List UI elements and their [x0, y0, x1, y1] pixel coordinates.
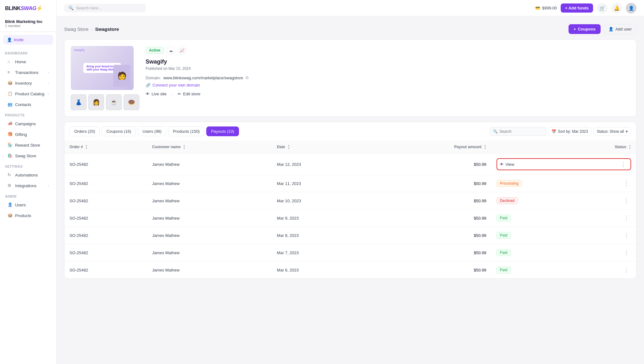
tab-orders[interactable]: Orders (20) — [69, 126, 100, 136]
sidebar-item-products-admin[interactable]: 📦 Products — [3, 210, 54, 221]
table-row: SO-25482 James Mathew Mar 7, 2023 $50.99… — [64, 244, 636, 261]
sidebar-item-automations[interactable]: ↻ Automations — [3, 170, 54, 180]
view-link[interactable]: 👁 View — [500, 162, 514, 167]
calendar-icon: 📅 — [552, 129, 556, 134]
tab-coupons[interactable]: Coupons (16) — [102, 126, 136, 136]
date: Mar 11, 2023 — [272, 175, 370, 192]
eye-icon: 👁 — [146, 92, 150, 96]
product-catalog-icon: 📋 — [8, 91, 13, 96]
cloud-icon-button[interactable]: ☁ — [166, 46, 175, 55]
payout-amount: $50.99 — [370, 154, 491, 175]
store-published: Published on Mar 15, 2024 — [146, 66, 630, 71]
tab-payouts[interactable]: Payouts (10) — [206, 126, 239, 136]
org-section: Blink Marketing Inc 1 member — [0, 17, 56, 32]
gifting-icon: 🎁 — [8, 132, 13, 137]
sidebar-item-campaigns[interactable]: 📣 Campaigns — [3, 119, 54, 129]
sidebar-item-label: Contacts — [15, 102, 31, 107]
more-button[interactable]: ⋮ — [622, 249, 631, 257]
tab-products[interactable]: Products (150) — [168, 126, 204, 136]
coupons-button[interactable]: + Coupons — [569, 24, 601, 34]
order-number: SO-25482 — [64, 192, 147, 210]
store-preview-area: Swagify Bring your brand to lifewith you… — [71, 46, 139, 110]
more-button[interactable]: ⋮ — [622, 214, 631, 222]
wallet-icon: 💳 — [535, 6, 540, 10]
store-thumb-2[interactable]: 👩 — [88, 94, 104, 110]
payout-amount: $50.99 — [370, 192, 491, 210]
payout-amount: $50.99 — [370, 175, 491, 192]
order-number: SO-25482 — [64, 261, 147, 279]
sidebar-item-contacts[interactable]: 👥 Contacts — [3, 99, 54, 109]
store-card: Swagify Bring your brand to lifewith you… — [64, 39, 636, 117]
tab-users[interactable]: Users (99) — [138, 126, 166, 136]
search-wrap[interactable]: 🔍 — [64, 4, 146, 12]
payout-amount: $50.99 — [370, 261, 491, 279]
plus-icon: + — [574, 27, 576, 31]
sidebar-item-users[interactable]: 👤 Users — [3, 200, 54, 210]
topbar: 🔍 💳 $999.00 + Add funds 🛒 🔔 👤 — [57, 0, 644, 16]
sidebar-item-transactions[interactable]: ≡ Transactions › — [3, 67, 54, 77]
table-row: SO-25482 James Mathew Mar 9, 2023 $50.99… — [64, 210, 636, 227]
notification-button[interactable]: 🔔 — [611, 3, 622, 14]
more-button[interactable]: ⋮ — [622, 197, 631, 205]
org-name: Blink Marketing Inc — [5, 19, 51, 24]
sidebar-item-label: Inventory — [15, 81, 32, 86]
sidebar-item-label: Users — [15, 203, 26, 207]
date: Mar 8, 2023 — [272, 227, 370, 244]
store-actions: 👁 Live site | ✏ Edit store — [146, 91, 630, 96]
cart-icon: 🛒 — [599, 5, 605, 11]
status-cell: Paid ⋮ — [491, 210, 636, 227]
store-thumb-4[interactable]: 🍩 — [124, 94, 139, 110]
search-input[interactable] — [76, 6, 142, 10]
order-number: SO-25482 — [64, 227, 147, 244]
action-separator: | — [172, 91, 173, 96]
sidebar-item-label: Campaigns — [15, 121, 36, 126]
store-thumb-3[interactable]: ☕ — [106, 94, 122, 110]
eye-icon: 👁 — [500, 162, 504, 167]
customer-name: James Mathew — [147, 244, 272, 261]
more-button[interactable]: ⋮ — [619, 160, 628, 168]
breadcrumb: Swag Store › Swagstore + Coupons 👤 Add u… — [64, 24, 636, 34]
edit-store-link[interactable]: ✏ Edit store — [178, 92, 200, 96]
campaigns-icon: 📣 — [8, 121, 13, 126]
sort-icons-order: ▲▼ — [85, 144, 88, 150]
sidebar-item-label: Swag Store — [15, 154, 36, 158]
copy-domain-button[interactable]: ⧉ — [246, 75, 248, 80]
sidebar-item-inventory[interactable]: 📦 Inventory › — [3, 78, 54, 88]
order-number: SO-25482 — [64, 175, 147, 192]
sort-button[interactable]: 📅 Sort by: Mar 2023 — [548, 127, 591, 136]
cart-button[interactable]: 🛒 — [597, 3, 608, 14]
nav-section-settings: SETTINGS — [0, 161, 56, 170]
sidebar-item-reward-store[interactable]: 🏪 Reward Store — [3, 140, 54, 150]
invite-button[interactable]: 👤 Invite — [3, 35, 53, 45]
invite-label: Invite — [14, 37, 24, 42]
more-button[interactable]: ⋮ — [622, 231, 631, 239]
sidebar-item-gifting[interactable]: 🎁 Gifting — [3, 129, 54, 139]
avatar[interactable]: 👤 — [626, 3, 636, 14]
store-info: Active ☁ 📈 Swagify Published on Mar 15, … — [146, 46, 630, 110]
live-site-link[interactable]: 👁 Live site — [146, 92, 167, 96]
payout-amount: $50.99 — [370, 227, 491, 244]
status-filter-button[interactable]: Status: Show all ▾ — [593, 127, 631, 136]
store-thumb-1[interactable]: 👗 — [71, 94, 86, 110]
breadcrumb-parent[interactable]: Swag Store — [64, 26, 89, 32]
sidebar-item-product-catalog[interactable]: 📋 Product Catalog › — [3, 89, 54, 99]
sidebar-item-swag-store[interactable]: 🛍️ Swag Store — [3, 151, 54, 161]
contacts-icon: 👥 — [8, 102, 13, 107]
sidebar-item-integrations[interactable]: ⚙ Integrations › — [3, 181, 54, 191]
table-search[interactable]: 🔍 — [490, 127, 546, 136]
integrations-icon: ⚙ — [8, 183, 13, 188]
more-button[interactable]: ⋮ — [622, 266, 631, 274]
more-button[interactable]: ⋮ — [622, 179, 631, 188]
add-funds-button[interactable]: + Add funds — [561, 3, 593, 13]
add-user-button[interactable]: 👤 Add user — [604, 24, 636, 34]
status-cell: Declined ⋮ — [491, 192, 636, 210]
sidebar-item-home[interactable]: ⌂ Home — [3, 57, 54, 67]
inventory-icon: 📦 — [8, 81, 13, 86]
chart-icon-button[interactable]: 📈 — [178, 46, 186, 55]
sort-icons-customer: ▲▼ — [183, 144, 186, 150]
customer-name: James Mathew — [147, 175, 272, 192]
col-status: Status ▲▼ — [491, 141, 636, 154]
table-search-input[interactable] — [500, 129, 543, 134]
live-site-label: Live site — [152, 92, 167, 96]
connect-domain-link[interactable]: 🔗 Connect your own domain — [146, 83, 630, 87]
